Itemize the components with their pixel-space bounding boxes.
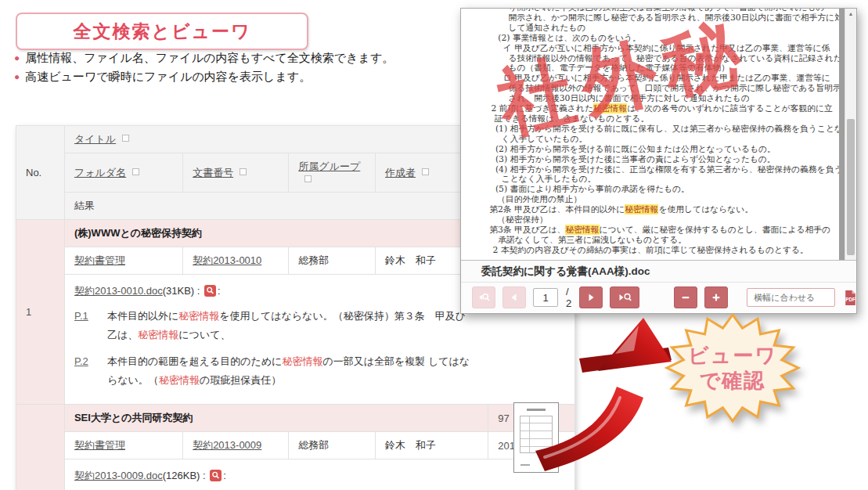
- folder-link[interactable]: 契約書管理: [74, 254, 125, 266]
- zoom-in-icon: [710, 291, 722, 304]
- page-total-label: / 2: [566, 286, 571, 309]
- hit-text: 本件目的以外に秘密情報を使用してはならない。（秘密保持）第３条 甲及び乙は、秘密…: [107, 307, 475, 344]
- bullet-icon: ●: [14, 67, 20, 86]
- sort-title-link[interactable]: タイトル: [74, 133, 116, 145]
- viewer-toolbar: / 2: [461, 283, 856, 312]
- viewer-scrollbar[interactable]: ▲: [845, 9, 856, 260]
- callout-burst: [662, 310, 803, 426]
- viewer-document-text: り開示された甲又は乙の技術上又は営業上の情報であって、書面で開示されたもの開示さ…: [488, 9, 856, 256]
- sort-group-link[interactable]: 所属グループ: [298, 160, 360, 172]
- search-prev-button[interactable]: [472, 286, 495, 308]
- page-number-input[interactable]: [533, 288, 558, 307]
- result-group-title: (株)WWWとの秘密保持契約: [64, 220, 488, 247]
- page-next-icon: [585, 291, 597, 304]
- feature-text: 属性情報、ファイル名、ファイルの内容もすべて全文検索できます。: [25, 49, 394, 67]
- zoom-in-button[interactable]: [704, 286, 728, 308]
- header-group-cell: 所属グループ: [289, 153, 376, 193]
- bullet-icon: ●: [14, 49, 20, 67]
- viewer-filename-bar: 委託契約に関する覚書(AAA様).doc: [461, 260, 856, 283]
- page-title: 全文検索とビューワ: [73, 20, 250, 44]
- document-thumbnail[interactable]: [513, 402, 559, 473]
- feature-item: ● 属性情報、ファイル名、ファイルの内容もすべて全文検索できます。: [14, 49, 394, 67]
- zoom-out-icon: [679, 291, 692, 304]
- search-prev-icon: [477, 291, 491, 304]
- sort-icon[interactable]: [132, 168, 139, 175]
- sort-icon[interactable]: [122, 135, 129, 142]
- file-link[interactable]: 契約2013-0010.doc: [74, 285, 163, 297]
- page-next-button[interactable]: [579, 286, 603, 308]
- search-next-button[interactable]: [610, 286, 639, 308]
- result-author: 鈴木 和子: [376, 432, 488, 459]
- sort-icon[interactable]: [304, 175, 312, 182]
- preview-magnifier-icon[interactable]: [204, 285, 216, 299]
- result-no: 1: [16, 220, 65, 405]
- preview-magnifier-icon[interactable]: [210, 470, 222, 484]
- result-group-title-row: 2SEI大学との共同研究契約97: [16, 405, 575, 432]
- doc-number-link[interactable]: 契約2013-0009: [193, 439, 261, 451]
- result-no: 2: [16, 405, 65, 490]
- result-detail-row: 契約2013-0009.doc(126KB) : :P.2第１条、第２５条関係 …: [16, 459, 575, 490]
- search-next-icon: [617, 291, 633, 304]
- svg-text:PDF: PDF: [845, 297, 855, 302]
- sort-author-link[interactable]: 作成者: [385, 167, 416, 178]
- file-link[interactable]: 契約2013-0009.doc: [74, 470, 163, 481]
- doc-number-link[interactable]: 契約2013-0010: [193, 254, 261, 266]
- result-group-name: 総務部: [289, 432, 376, 459]
- page-prev-icon: [508, 291, 520, 304]
- sort-icon[interactable]: [240, 168, 247, 175]
- feature-text: 高速ビューワで瞬時にファイルの内容を表示します。: [25, 67, 311, 86]
- pdf-export-button[interactable]: PDF: [842, 290, 859, 306]
- result-group-name: 総務部: [289, 247, 376, 275]
- feature-item: ● 高速ビューワで瞬時にファイルの内容を表示します。: [14, 67, 394, 86]
- hit-page-link[interactable]: P.2: [74, 352, 96, 390]
- scrollbar-up-arrow-icon[interactable]: ▲: [845, 9, 856, 20]
- zoom-out-button[interactable]: [674, 286, 697, 308]
- file-line: 契約2013-0009.doc(126KB) : :: [74, 469, 565, 484]
- viewer-filename: 委託契約に関する覚書(AAA様).doc: [481, 265, 650, 279]
- hit-row: P.2本件目的の範囲を超える目的のために秘密情報の一部又は全部を複製 してはなら…: [74, 352, 565, 390]
- document-line: 2 本契約の内容及びその締結の事実は、前項に準じて秘密保持されるものとする。: [488, 246, 856, 256]
- document-viewer-window: り開示された甲又は乙の技術上又は営業上の情報であって、書面で開示されたもの開示さ…: [460, 8, 857, 314]
- sort-folder-link[interactable]: フォルダ名: [74, 167, 126, 178]
- folder-link[interactable]: 契約書管理: [74, 439, 125, 451]
- page-prev-button[interactable]: [502, 286, 526, 308]
- header-no: No.: [16, 126, 65, 220]
- hit-text: 本件目的の範囲を超える目的のために秘密情報の一部又は全部を複製 してはならない。…: [107, 352, 475, 390]
- page: 全文検索とビューワ ● 属性情報、ファイル名、ファイルの内容もすべて全文検索でき…: [0, 0, 868, 490]
- feature-list: ● 属性情報、ファイル名、ファイルの内容もすべて全文検索できます。 ● 高速ビュ…: [14, 49, 394, 86]
- zoom-fit-input[interactable]: [747, 288, 835, 307]
- pdf-icon: PDF: [842, 290, 859, 306]
- result-meta-row: 契約書管理契約2013-0009総務部鈴木 和子2014-06-11: [16, 432, 575, 459]
- sort-docno-link[interactable]: 文書番号: [193, 167, 233, 178]
- page-title-box: 全文検索とビューワ: [16, 13, 308, 50]
- scrollbar-thumb[interactable]: [847, 119, 855, 254]
- result-group-title: SEI大学との共同研究契約: [64, 405, 488, 432]
- viewer-document-page: り開示された甲又は乙の技術上又は営業上の情報であって、書面で開示されたもの開示さ…: [461, 9, 856, 260]
- header-docno-cell: 文書番号: [183, 153, 289, 193]
- sort-icon[interactable]: [422, 168, 429, 175]
- hit-page-link[interactable]: P.1: [74, 307, 96, 344]
- header-folder-cell: フォルダ名: [64, 153, 182, 193]
